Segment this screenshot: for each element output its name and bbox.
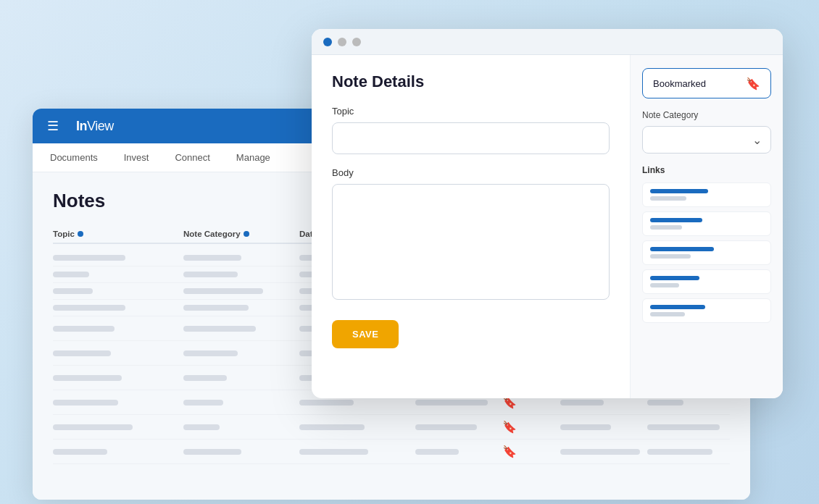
bookmarked-button[interactable]: Bookmarked 🔖: [642, 68, 771, 98]
link-item[interactable]: [642, 269, 771, 294]
chevron-down-icon: ⌄: [752, 133, 762, 147]
hamburger-icon[interactable]: ☰: [47, 118, 59, 134]
link-bar-blue: [650, 305, 705, 309]
nav-item-documents[interactable]: Documents: [47, 152, 101, 163]
link-bar-gray: [650, 312, 685, 316]
table-row[interactable]: 🔖: [53, 415, 730, 440]
col-category[interactable]: Note Category: [183, 230, 299, 238]
modal-title: Note Details: [332, 72, 610, 91]
link-item[interactable]: [642, 298, 771, 323]
note-details-modal: Note Details Topic Body SAVE Bookmarked …: [312, 29, 783, 398]
bookmark-icon: 🔖: [502, 421, 517, 433]
link-item[interactable]: [642, 240, 771, 265]
save-button[interactable]: SAVE: [332, 320, 399, 348]
link-bar-blue: [650, 247, 714, 251]
topic-label: Topic: [332, 106, 610, 117]
link-bar-gray: [650, 254, 691, 259]
link-bar-gray: [650, 196, 686, 201]
link-bar-gray: [650, 225, 682, 230]
bookmark-icon: 🔖: [502, 445, 517, 458]
sort-icon: [78, 231, 83, 237]
link-bar-blue: [650, 189, 708, 193]
col-topic[interactable]: Topic: [53, 230, 183, 238]
links-label: Links: [642, 165, 771, 175]
link-bar-blue: [650, 218, 702, 222]
modal-right-panel: Bookmarked 🔖 Note Category ⌄ Links: [631, 55, 783, 398]
modal-left-panel: Note Details Topic Body SAVE: [312, 55, 631, 398]
link-bar-blue: [650, 276, 699, 280]
link-bar-gray: [650, 283, 679, 287]
link-item[interactable]: [642, 211, 771, 236]
body-textarea[interactable]: [332, 184, 610, 300]
traffic-dot-gray-1: [338, 38, 346, 46]
modal-titlebar: [312, 29, 783, 55]
topic-input[interactable]: [332, 122, 610, 154]
link-item[interactable]: [642, 182, 771, 207]
nav-item-connect[interactable]: Connect: [172, 152, 212, 163]
category-label: Note Category: [642, 110, 771, 120]
bookmark-filled-icon: 🔖: [746, 77, 760, 91]
sort-icon: [244, 231, 249, 237]
nav-item-invest[interactable]: Invest: [121, 152, 152, 163]
category-select[interactable]: ⌄: [642, 126, 771, 154]
brand-logo: InView: [76, 119, 114, 134]
bookmarked-label: Bookmarked: [653, 78, 706, 89]
body-label: Body: [332, 167, 610, 178]
traffic-dot-blue: [323, 38, 332, 46]
nav-item-manage[interactable]: Manage: [233, 152, 273, 163]
traffic-dot-gray-2: [352, 38, 361, 46]
table-row[interactable]: 🔖: [53, 440, 730, 464]
modal-body: Note Details Topic Body SAVE Bookmarked …: [312, 55, 783, 398]
